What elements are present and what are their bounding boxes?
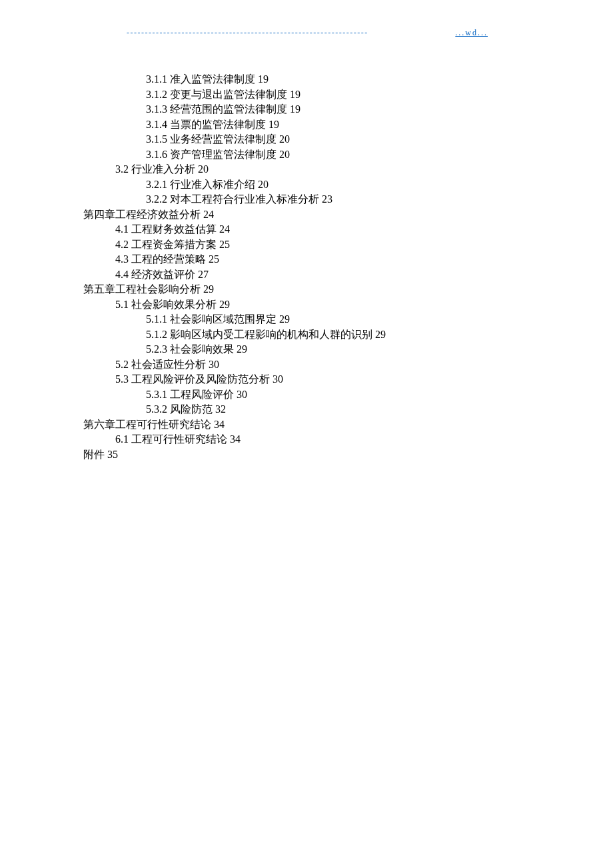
toc-entry: 5.3.1 工程风险评价 30: [83, 387, 386, 403]
toc-entry: 5.1.1 社会影响区域范围界定 29: [83, 312, 386, 327]
toc-entry: 附件 35: [83, 447, 386, 463]
toc-entry: 第四章工程经济效益分析 24: [83, 207, 386, 223]
toc-entry: 3.2 行业准入分析 20: [83, 162, 386, 177]
toc-entry: 3.1.6 资产管理监管法律制度 20: [83, 147, 386, 163]
toc-entry: 3.2.1 行业准入标准介绍 20: [83, 177, 386, 193]
toc-entry: 4.3 工程的经营策略 25: [83, 252, 386, 267]
toc-entry: 3.1.3 经营范围的监管法律制度 19: [83, 102, 386, 117]
toc-entry: 4.1 工程财务效益估算 24: [83, 222, 386, 237]
toc-entry: 5.3.2 风险防范 32: [83, 402, 386, 417]
toc-entry: 5.2 社会适应性分析 30: [83, 357, 386, 373]
toc-entry: 5.2.3 社会影响效果 29: [83, 342, 386, 357]
toc-content: 3.1.1 准入监管法律制度 19 3.1.2 变更与退出监管法律制度 19 3…: [83, 72, 386, 462]
toc-entry: 3.1.4 当票的监管法律制度 19: [83, 117, 386, 133]
toc-entry: 5.3 工程风险评价及风险防范分析 30: [83, 372, 386, 387]
toc-entry: 3.1.2 变更与退出监管法律制度 19: [83, 87, 386, 103]
toc-entry: 4.4 经济效益评价 27: [83, 267, 386, 283]
toc-entry: 5.1 社会影响效果分析 29: [83, 297, 386, 313]
toc-entry: 3.1.5 业务经营监管法律制度 20: [83, 132, 386, 147]
toc-entry: 3.2.2 对本工程符合行业准入标准分析 23: [83, 192, 386, 207]
toc-entry: 6.1 工程可行性研究结论 34: [83, 432, 386, 447]
toc-entry: 第五章工程社会影响分析 29: [83, 282, 386, 297]
toc-entry: 4.2 工程资金筹措方案 25: [83, 237, 386, 253]
toc-entry: 第六章工程可行性研究结论 34: [83, 417, 386, 433]
header-dashes: ----------------------------------------…: [127, 28, 455, 38]
page-header: ----------------------------------------…: [127, 28, 488, 38]
header-wd-label: ...wd...: [455, 28, 488, 38]
toc-entry: 5.1.2 影响区域内受工程影响的机构和人群的识别 29: [83, 327, 386, 343]
toc-entry: 3.1.1 准入监管法律制度 19: [83, 72, 386, 87]
